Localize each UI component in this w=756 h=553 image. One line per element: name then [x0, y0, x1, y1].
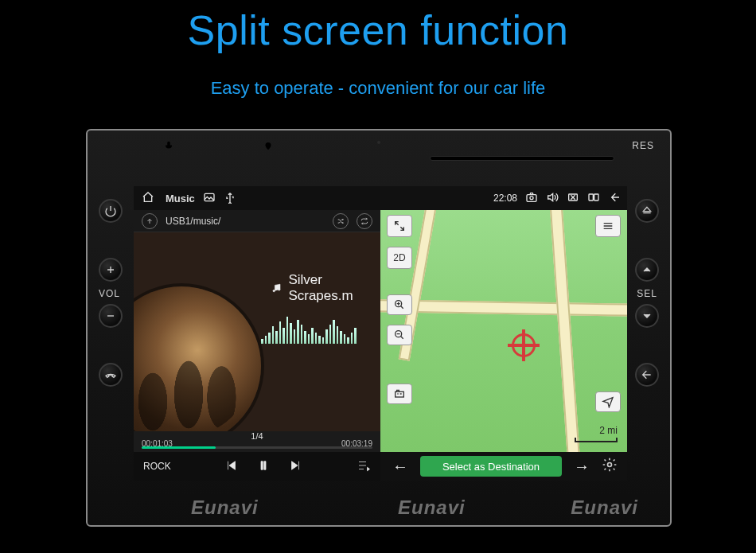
map-left-controls: 2D — [387, 215, 412, 404]
pin-icon — [263, 140, 274, 151]
nav-right-button[interactable]: → — [568, 458, 595, 476]
headunit-bezel: RES VOL SEL Eunavi Eunavi Eunavi Musi — [86, 129, 672, 527]
eq-preset-label[interactable]: ROCK — [143, 461, 171, 472]
brand-watermark: Eunavi — [191, 497, 259, 519]
prev-button[interactable] — [224, 458, 239, 475]
locate-button[interactable] — [595, 391, 621, 412]
zoom-out-button[interactable] — [387, 325, 412, 345]
svg-point-13 — [608, 463, 612, 467]
menu-button[interactable] — [595, 215, 621, 237]
track-title-row: Silver Scrapes.m — [271, 272, 380, 304]
expand-map-button[interactable] — [387, 215, 412, 237]
pause-button[interactable] — [256, 458, 271, 475]
brand-watermark: Eunavi — [398, 497, 466, 519]
track-title: Silver Scrapes.m — [288, 272, 380, 304]
album-art — [134, 286, 261, 431]
eject-button[interactable] — [635, 199, 659, 223]
mic-icon — [163, 140, 174, 151]
select-destination-button[interactable]: Select as Destination — [420, 456, 562, 477]
split-icon[interactable] — [587, 191, 600, 206]
power-button[interactable] — [99, 199, 123, 223]
next-button[interactable] — [288, 458, 302, 475]
back-button[interactable] — [635, 363, 659, 387]
camera-icon[interactable] — [525, 191, 538, 206]
repeat-button[interactable] — [357, 213, 372, 229]
music-pathbar: USB1/music/ — [134, 210, 380, 232]
music-main: Silver Scrapes.m — [134, 232, 380, 431]
brand-watermark: Eunavi — [571, 497, 638, 519]
hang-up-button[interactable] — [99, 363, 123, 387]
shuffle-button[interactable] — [333, 213, 349, 229]
image-icon — [203, 191, 216, 206]
music-app-label: Music — [166, 193, 195, 204]
settings-icon[interactable] — [602, 457, 621, 476]
svg-rect-5 — [527, 194, 536, 201]
nav-app: 22:08 2D — [380, 186, 627, 481]
vol-label: VOL — [99, 288, 120, 299]
home-icon[interactable] — [142, 191, 154, 206]
music-breadcrumb: USB1/music/ — [166, 216, 325, 227]
bezel-led — [377, 141, 380, 144]
svg-rect-12 — [396, 391, 404, 397]
sel-down-button[interactable] — [635, 304, 659, 328]
clock: 22:08 — [493, 193, 517, 204]
map-scale: 2 mi — [575, 425, 618, 442]
sel-up-button[interactable] — [635, 258, 659, 282]
volume-icon[interactable] — [546, 191, 559, 206]
track-counter: 1/4 — [134, 431, 380, 441]
status-bar: 22:08 — [380, 186, 627, 210]
nav-bottom-bar: ← Select as Destination → — [380, 452, 627, 481]
svg-point-4 — [279, 289, 280, 290]
vol-down-button[interactable] — [99, 304, 123, 328]
map-target — [512, 333, 536, 357]
promo-subtitle: Easy to operate - convenient for our car… — [0, 78, 756, 99]
close-split-icon[interactable] — [567, 191, 579, 206]
svg-point-6 — [530, 196, 533, 199]
playlist-button[interactable] — [357, 458, 371, 475]
zoom-in-button[interactable] — [387, 294, 412, 315]
vol-up-button[interactable] — [99, 258, 123, 282]
map-right-controls — [595, 215, 621, 412]
res-label: RES — [632, 140, 654, 151]
equalizer — [261, 312, 357, 344]
poi-button[interactable] — [387, 384, 412, 404]
sel-label: SEL — [637, 288, 657, 299]
svg-point-1 — [267, 144, 269, 146]
svg-point-3 — [273, 290, 275, 291]
music-app: Music USB1/music/ Silver Scrapes.m — [134, 186, 380, 481]
svg-rect-8 — [589, 194, 593, 201]
view-2d-button[interactable]: 2D — [387, 247, 412, 269]
disc-slot — [430, 156, 614, 161]
promo-title: Split screen function — [0, 6, 756, 54]
usb-icon — [224, 191, 236, 206]
music-controls: ROCK — [134, 452, 380, 481]
android-back-icon[interactable] — [608, 191, 621, 206]
music-topbar: Music — [134, 186, 380, 210]
seek-bar[interactable]: 00:01:03 1/4 00:03:19 — [134, 431, 380, 452]
svg-rect-9 — [594, 194, 598, 201]
map-canvas[interactable]: 2D 2 mi — [380, 210, 627, 452]
screen: Music USB1/music/ Silver Scrapes.m — [134, 186, 627, 481]
nav-left-button[interactable]: ← — [387, 458, 414, 476]
up-folder-button[interactable] — [142, 213, 158, 229]
